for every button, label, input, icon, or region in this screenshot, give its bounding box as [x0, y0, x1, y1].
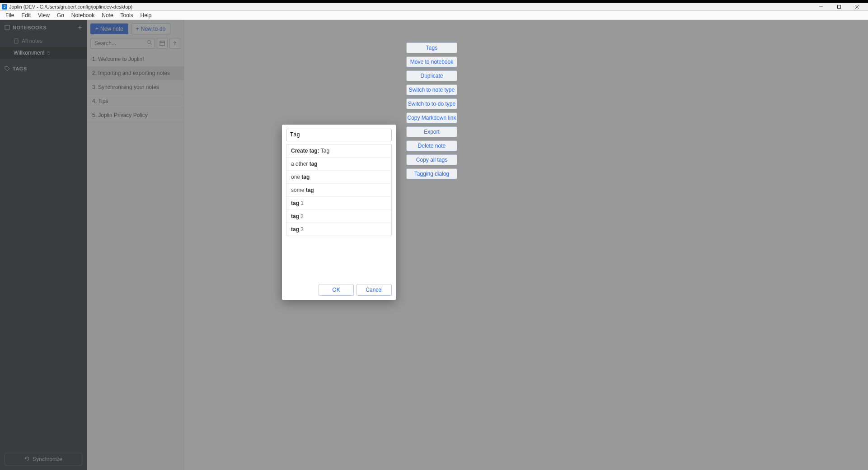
sugg-match: tag — [306, 187, 314, 193]
sugg-pre: one — [291, 174, 301, 180]
menu-tools[interactable]: Tools — [117, 11, 137, 19]
context-menu-item[interactable]: Move to notebook — [406, 56, 457, 67]
create-tag-option[interactable]: Create tag: Tag — [286, 144, 391, 158]
context-menu-item[interactable]: Copy Markdown link — [406, 112, 457, 123]
context-menu-item[interactable]: Switch to note type — [406, 84, 457, 95]
tag-suggestions: Create tag: Tag a other tagone tagsome t… — [286, 144, 392, 236]
tag-suggestion-item[interactable]: tag 1 — [286, 197, 391, 210]
titlebar: J Joplin (DEV - C:/Users/gruber/.config/… — [0, 3, 868, 11]
tag-suggestion-item[interactable]: tag 2 — [286, 210, 391, 223]
tag-input[interactable] — [286, 129, 392, 141]
cancel-button[interactable]: Cancel — [357, 284, 392, 296]
sugg-match: tag — [291, 213, 299, 219]
context-menu-item[interactable]: Delete note — [406, 140, 457, 151]
context-menu-item[interactable]: Duplicate — [406, 70, 457, 81]
sugg-match: tag — [301, 174, 310, 180]
sugg-pre: a other — [291, 161, 310, 167]
context-menu-item[interactable]: Tagging dialog — [406, 168, 457, 179]
tag-suggestion-item[interactable]: a other tag — [286, 158, 391, 171]
sugg-post: 3 — [299, 226, 304, 233]
window-title: Joplin (DEV - C:/Users/gruber/.config/jo… — [9, 4, 132, 9]
create-tag-prefix: Create tag: — [291, 148, 319, 154]
sugg-pre: some — [291, 187, 306, 193]
svg-rect-1 — [838, 5, 841, 8]
menu-go[interactable]: Go — [53, 11, 68, 19]
context-menu-item[interactable]: Switch to to-do type — [406, 98, 457, 109]
context-menu-item[interactable]: Copy all tags — [406, 154, 457, 165]
menu-view[interactable]: View — [34, 11, 53, 19]
tag-dialog: Create tag: Tag a other tagone tagsome t… — [282, 125, 396, 300]
sugg-match: tag — [291, 200, 299, 206]
maximize-button[interactable] — [830, 3, 848, 11]
context-menu: TagsMove to notebookDuplicateSwitch to n… — [406, 42, 457, 179]
menubar: FileEditViewGoNotebookNoteToolsHelp — [0, 11, 868, 20]
tag-suggestion-item[interactable]: tag 3 — [286, 223, 391, 236]
ok-button[interactable]: OK — [319, 284, 354, 296]
context-menu-item[interactable]: Tags — [406, 42, 457, 53]
tag-suggestion-item[interactable]: one tag — [286, 171, 391, 184]
menu-notebook[interactable]: Notebook — [68, 11, 98, 19]
menu-edit[interactable]: Edit — [18, 11, 34, 19]
sugg-post: 1 — [299, 200, 304, 206]
context-menu-item[interactable]: Export — [406, 126, 457, 137]
create-tag-value: Tag — [321, 148, 329, 154]
menu-file[interactable]: File — [2, 11, 18, 19]
sugg-match: tag — [310, 161, 318, 167]
app-icon: J — [2, 4, 7, 9]
menu-note[interactable]: Note — [98, 11, 117, 19]
menu-help[interactable]: Help — [137, 11, 155, 19]
minimize-button[interactable] — [812, 3, 830, 11]
tag-suggestion-item[interactable]: some tag — [286, 184, 391, 197]
close-button[interactable] — [848, 3, 866, 11]
sugg-post: 2 — [299, 213, 304, 219]
sugg-match: tag — [291, 226, 299, 233]
